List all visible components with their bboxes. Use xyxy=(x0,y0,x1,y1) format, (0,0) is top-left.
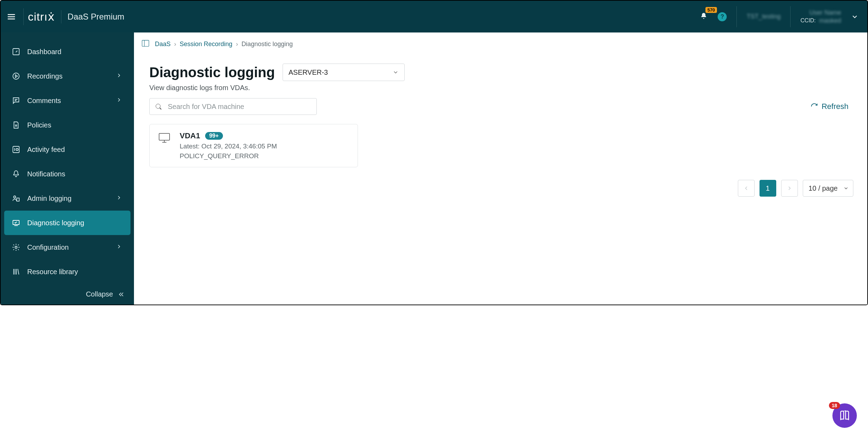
app-header: citrıẋ DaaS Premium 570 ? TST_testing Us… xyxy=(0,0,868,32)
chevron-down-icon xyxy=(392,69,399,75)
notification-count-badge: 570 xyxy=(705,7,717,13)
server-selected-value: ASERVER-3 xyxy=(289,68,328,76)
brand-logo: citrıẋ xyxy=(28,10,61,23)
sidebar-item-diagnostic-logging[interactable]: Diagnostic logging xyxy=(4,211,130,235)
refresh-button[interactable]: Refresh xyxy=(810,102,852,111)
breadcrumb: DaaS›Session Recording›Diagnostic loggin… xyxy=(134,32,867,53)
vda-card-vda1[interactable]: VDA199+Latest: Oct 29, 2024, 3:46:05 PMP… xyxy=(149,124,358,167)
monitor-icon xyxy=(158,131,171,160)
chevron-right-icon xyxy=(116,195,122,203)
svg-point-9 xyxy=(156,104,160,109)
sidebar-item-recordings[interactable]: Recordings xyxy=(4,64,130,88)
collapse-icon xyxy=(118,291,125,298)
menu-toggle[interactable] xyxy=(7,8,24,25)
svg-rect-10 xyxy=(159,133,170,140)
bell-icon xyxy=(11,169,21,179)
breadcrumb-session-recording[interactable]: Session Recording xyxy=(180,41,232,47)
chevron-right-icon xyxy=(116,72,122,80)
chevron-left-icon xyxy=(743,185,749,191)
page-prev[interactable] xyxy=(738,180,755,197)
sidebar-item-resource-library[interactable]: Resource library xyxy=(4,259,130,284)
svg-rect-8 xyxy=(142,40,149,46)
ccid-label: CCID: xyxy=(800,17,816,24)
guide-icon xyxy=(839,410,851,422)
sidebar-item-label: Policies xyxy=(27,121,51,129)
bell-icon xyxy=(699,12,708,20)
policy-icon xyxy=(11,120,21,130)
sidebar-item-comments[interactable]: Comments xyxy=(4,88,130,113)
sidebar-item-dashboard[interactable]: Dashboard xyxy=(4,39,130,64)
notifications-button[interactable]: 570 xyxy=(699,12,708,21)
admin-icon xyxy=(11,193,21,203)
svg-point-1 xyxy=(13,73,19,79)
product-name: DaaS Premium xyxy=(68,12,125,22)
tenant-name: TST_testing xyxy=(747,13,780,20)
sidebar-item-label: Admin logging xyxy=(27,195,72,203)
page-1[interactable]: 1 xyxy=(760,180,776,197)
search-box[interactable] xyxy=(149,98,317,115)
play-icon xyxy=(11,71,21,81)
sidebar-item-label: Diagnostic logging xyxy=(27,219,84,227)
sidebar-item-admin-logging[interactable]: Admin logging xyxy=(4,186,130,211)
search-input[interactable] xyxy=(167,102,312,111)
page-title: Diagnostic logging xyxy=(149,65,275,80)
refresh-label: Refresh xyxy=(822,102,848,111)
dashboard-icon xyxy=(11,47,21,57)
chevron-down-icon xyxy=(843,185,849,191)
latest-timestamp: Latest: Oct 29, 2024, 3:46:05 PM xyxy=(180,142,277,150)
chevron-right-icon xyxy=(786,185,793,191)
page-size-label: 10 / page xyxy=(809,184,838,192)
svg-point-4 xyxy=(14,196,16,198)
fab-badge: 18 xyxy=(829,402,840,409)
breadcrumb-diagnostic-logging: Diagnostic logging xyxy=(241,41,293,47)
sidebar: DashboardRecordingsCommentsPoliciesActiv… xyxy=(1,32,134,305)
page-next[interactable] xyxy=(781,180,798,197)
error-code: POLICY_QUERY_ERROR xyxy=(180,152,277,160)
collapse-label: Collapse xyxy=(86,290,113,298)
sidebar-item-label: Configuration xyxy=(27,243,69,251)
account-chevron-icon[interactable] xyxy=(851,13,859,21)
sidebar-item-label: Notifications xyxy=(27,170,65,178)
server-select[interactable]: ASERVER-3 xyxy=(283,64,405,81)
comment-icon xyxy=(11,96,21,105)
breadcrumb-daas[interactable]: DaaS xyxy=(155,41,171,47)
count-badge: 99+ xyxy=(205,132,223,140)
vda-name: VDA1 xyxy=(180,131,200,140)
sidebar-item-configuration[interactable]: Configuration xyxy=(4,235,130,259)
sidebar-item-label: Comments xyxy=(27,97,61,105)
sidebar-item-label: Dashboard xyxy=(27,48,61,56)
main-content: DaaS›Session Recording›Diagnostic loggin… xyxy=(134,32,867,305)
pagination: 1 10 / page xyxy=(134,176,867,197)
page-subtitle: View diagnostic logs from VDAs. xyxy=(134,82,867,98)
svg-rect-5 xyxy=(17,198,19,201)
sidebar-item-label: Recordings xyxy=(27,72,62,80)
guide-fab[interactable]: 18 xyxy=(832,403,857,428)
activity-icon xyxy=(11,145,21,154)
chevron-right-icon xyxy=(116,97,122,105)
account-menu[interactable]: User Name CCID: masked xyxy=(800,9,841,24)
search-icon xyxy=(155,103,162,110)
gear-icon xyxy=(11,242,21,252)
library-icon xyxy=(11,267,21,277)
sidebar-item-label: Resource library xyxy=(27,268,78,276)
help-button[interactable]: ? xyxy=(718,12,727,21)
sidebar-item-activity-feed[interactable]: Activity feed xyxy=(4,137,130,162)
diagnostic-icon xyxy=(11,218,21,228)
breadcrumb-separator: › xyxy=(174,41,176,47)
user-name: User Name xyxy=(809,9,841,16)
breadcrumb-separator: › xyxy=(236,41,238,47)
refresh-icon xyxy=(810,103,818,110)
svg-point-7 xyxy=(15,246,17,248)
page-size-select[interactable]: 10 / page xyxy=(803,180,853,197)
panel-toggle-icon[interactable] xyxy=(141,39,150,50)
sidebar-item-policies[interactable]: Policies xyxy=(4,113,130,137)
sidebar-item-label: Activity feed xyxy=(27,146,65,154)
sidebar-item-notifications[interactable]: Notifications xyxy=(4,162,130,186)
sidebar-collapse[interactable]: Collapse xyxy=(1,284,134,305)
chevron-right-icon xyxy=(116,243,122,251)
svg-point-3 xyxy=(16,148,18,151)
ccid-value: masked xyxy=(819,17,841,24)
